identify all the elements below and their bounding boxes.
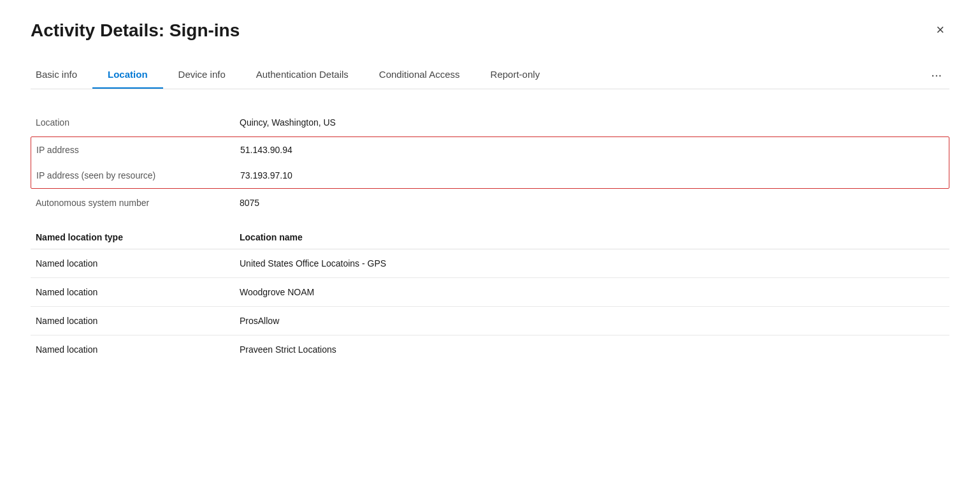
table-row: Named location ProsAllow bbox=[31, 307, 949, 335]
row3-type: Named location bbox=[36, 316, 240, 326]
ip-address-row: IP address 51.143.90.94 bbox=[31, 137, 949, 163]
row4-name: Praveen Strict Locations bbox=[240, 344, 944, 355]
asn-value: 8075 bbox=[240, 198, 259, 208]
named-location-table: Named location type Location name Named … bbox=[31, 226, 949, 364]
asn-row: Autonomous system number 8075 bbox=[31, 190, 949, 216]
tab-content: Location Quincy, Washington, US IP addre… bbox=[31, 105, 949, 369]
row1-type: Named location bbox=[36, 258, 240, 269]
col1-header: Named location type bbox=[36, 232, 240, 242]
tab-report-only[interactable]: Report-only bbox=[475, 61, 556, 89]
asn-label: Autonomous system number bbox=[36, 198, 240, 208]
activity-details-panel: Activity Details: Sign-ins × Basic info … bbox=[0, 0, 980, 486]
row3-name: ProsAllow bbox=[240, 316, 944, 326]
ip-address-resource-value: 73.193.97.10 bbox=[240, 170, 292, 180]
row2-type: Named location bbox=[36, 287, 240, 297]
location-label: Location bbox=[36, 117, 240, 128]
ip-address-resource-row: IP address (seen by resource) 73.193.97.… bbox=[31, 163, 949, 188]
ip-address-value: 51.143.90.94 bbox=[240, 145, 292, 155]
col2-header: Location name bbox=[240, 232, 944, 242]
tab-basic-info[interactable]: Basic info bbox=[31, 61, 92, 89]
tab-conditional-access[interactable]: Conditional Access bbox=[364, 61, 475, 89]
tab-authentication-details[interactable]: Authentication Details bbox=[241, 61, 364, 89]
close-button[interactable]: × bbox=[931, 20, 949, 40]
table-row: Named location United States Office Loca… bbox=[31, 249, 949, 278]
ip-address-resource-label: IP address (seen by resource) bbox=[36, 170, 240, 180]
row4-type: Named location bbox=[36, 344, 240, 355]
ip-address-highlight-box: IP address 51.143.90.94 IP address (seen… bbox=[31, 136, 949, 189]
table-row: Named location Woodgrove NOAM bbox=[31, 278, 949, 307]
more-tabs-button[interactable]: ··· bbox=[923, 63, 949, 87]
tab-location[interactable]: Location bbox=[92, 61, 163, 89]
table-header: Named location type Location name bbox=[31, 226, 949, 249]
location-value: Quincy, Washington, US bbox=[240, 117, 336, 128]
row2-name: Woodgrove NOAM bbox=[240, 287, 944, 297]
tab-device-info[interactable]: Device info bbox=[163, 61, 241, 89]
panel-title: Activity Details: Sign-ins bbox=[31, 20, 240, 41]
row1-name: United States Office Locatoins - GPS bbox=[240, 258, 944, 269]
location-row: Location Quincy, Washington, US bbox=[31, 110, 949, 135]
table-row: Named location Praveen Strict Locations bbox=[31, 335, 949, 364]
panel-header: Activity Details: Sign-ins × bbox=[31, 20, 949, 41]
ip-address-label: IP address bbox=[36, 145, 240, 155]
tab-bar: Basic info Location Device info Authenti… bbox=[31, 61, 949, 89]
